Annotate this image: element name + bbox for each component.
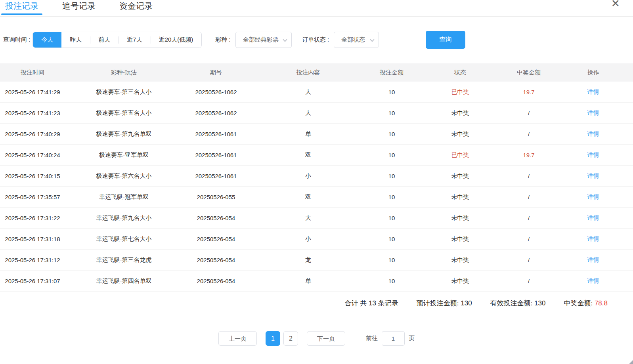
column-header: 投注时间 bbox=[0, 69, 65, 76]
time-option[interactable]: 昨天 bbox=[61, 32, 90, 48]
cell-prize: / bbox=[504, 236, 553, 242]
cell-game: 幸运飞艇-第三名龙虎 bbox=[65, 256, 183, 264]
search-button[interactable]: 查询 bbox=[426, 31, 465, 49]
cell-amount: 10 bbox=[367, 236, 416, 242]
cell-content: 双 bbox=[249, 151, 367, 159]
cell-game: 幸运飞艇-第九名大小 bbox=[65, 214, 183, 222]
cell-content: 大 bbox=[249, 214, 367, 222]
table-header-row: 投注时间彩种-玩法期号投注内容投注金额状态中奖金额操作 bbox=[0, 63, 633, 82]
cell-issue: 20250526-054 bbox=[183, 278, 249, 284]
cell-prize: / bbox=[504, 194, 553, 200]
goto-page-input[interactable] bbox=[382, 331, 405, 346]
prev-page-button[interactable]: 上一页 bbox=[218, 331, 257, 346]
table-row: 2025-05-26 17:31:18幸运飞艇-第七名大小20250526-05… bbox=[0, 229, 633, 250]
cell-time: 2025-05-26 17:31:22 bbox=[0, 215, 65, 221]
cell-time: 2025-05-26 17:40:15 bbox=[0, 173, 65, 179]
cell-issue: 20250526-1062 bbox=[183, 89, 249, 95]
order-status-label: 订单状态 : bbox=[302, 36, 329, 44]
column-header: 投注金额 bbox=[367, 69, 416, 76]
cell-game: 幸运飞艇-第七名大小 bbox=[65, 235, 183, 243]
filter-bar: 查询时间 : 今天昨天前天近7天近20天(低频) 彩种 : 全部经典彩票 订单状… bbox=[0, 31, 633, 49]
cell-amount: 10 bbox=[367, 131, 416, 137]
cell-time: 2025-05-26 17:41:23 bbox=[0, 110, 65, 116]
cell-status: 未中奖 bbox=[416, 130, 504, 138]
detail-link[interactable]: 详情 bbox=[587, 214, 599, 221]
order-status-value: 全部状态 bbox=[341, 36, 365, 44]
cell-status: 已中奖 bbox=[416, 151, 504, 159]
cell-amount: 10 bbox=[367, 257, 416, 263]
detail-link[interactable]: 详情 bbox=[587, 151, 599, 158]
cell-amount: 10 bbox=[367, 152, 416, 158]
summary-valid-value: 130 bbox=[534, 299, 545, 307]
summary-row: 合计 共 13 条记录 预计投注金额: 130 有效投注金额: 130 中奖金额… bbox=[0, 292, 633, 315]
cell-time: 2025-05-26 17:31:18 bbox=[0, 236, 65, 242]
time-option[interactable]: 前天 bbox=[90, 32, 119, 48]
resize-corner bbox=[629, 360, 633, 364]
chevron-down-icon bbox=[370, 37, 374, 42]
detail-link[interactable]: 详情 bbox=[587, 277, 599, 284]
summary-prize-value: 78.8 bbox=[595, 299, 608, 307]
lottery-type-select[interactable]: 全部经典彩票 bbox=[235, 32, 292, 48]
cell-amount: 10 bbox=[367, 215, 416, 221]
tab-label: 追号记录 bbox=[62, 1, 96, 10]
table-row: 2025-05-26 17:41:29极速赛车-第三名大小20250526-10… bbox=[0, 82, 633, 103]
page-number-button[interactable]: 2 bbox=[283, 331, 298, 346]
cell-time: 2025-05-26 17:40:24 bbox=[0, 152, 65, 158]
cell-status: 未中奖 bbox=[416, 193, 504, 201]
detail-link[interactable]: 详情 bbox=[587, 235, 599, 242]
detail-link[interactable]: 详情 bbox=[587, 193, 599, 200]
cell-game: 幸运飞艇-冠军单双 bbox=[65, 193, 183, 201]
tab-chase-records[interactable]: 追号记录 bbox=[58, 0, 99, 16]
cell-issue: 20250526-054 bbox=[183, 215, 249, 221]
cell-content: 大 bbox=[249, 88, 367, 96]
detail-link[interactable]: 详情 bbox=[587, 256, 599, 263]
detail-link[interactable]: 详情 bbox=[587, 109, 599, 116]
cell-prize: / bbox=[504, 215, 553, 221]
tab-bar: 投注记录 追号记录 资金记录 ✕ bbox=[0, 0, 633, 17]
cell-issue: 20250526-054 bbox=[183, 257, 249, 263]
cell-prize: / bbox=[504, 278, 553, 284]
cell-issue: 20250526-054 bbox=[183, 236, 249, 242]
close-icon[interactable]: ✕ bbox=[611, 0, 620, 10]
cell-time: 2025-05-26 17:31:12 bbox=[0, 257, 65, 263]
column-header: 投注内容 bbox=[249, 69, 367, 76]
cell-prize: 19.7 bbox=[504, 152, 553, 158]
query-time-label: 查询时间 : bbox=[3, 36, 30, 44]
cell-content: 双 bbox=[249, 193, 367, 201]
goto-page: 前往 页 bbox=[366, 331, 415, 346]
cell-status: 未中奖 bbox=[416, 235, 504, 243]
cell-prize: / bbox=[504, 173, 553, 179]
tab-bet-records[interactable]: 投注记录 bbox=[1, 0, 42, 16]
time-option[interactable]: 近20天(低频) bbox=[151, 32, 202, 48]
cell-prize: / bbox=[504, 131, 553, 137]
time-option[interactable]: 今天 bbox=[33, 32, 61, 48]
summary-total: 合计 共 13 条记录 bbox=[345, 299, 398, 308]
order-status-select[interactable]: 全部状态 bbox=[334, 32, 379, 48]
next-page-button[interactable]: 下一页 bbox=[307, 331, 345, 346]
page-unit-label: 页 bbox=[409, 335, 415, 342]
table-row: 2025-05-26 17:31:22幸运飞艇-第九名大小20250526-05… bbox=[0, 208, 633, 229]
detail-link[interactable]: 详情 bbox=[587, 130, 599, 137]
summary-expected-label: 预计投注金额: bbox=[417, 299, 459, 307]
cell-status: 未中奖 bbox=[416, 277, 504, 285]
cell-time: 2025-05-26 17:31:07 bbox=[0, 278, 65, 284]
summary-valid-amount: 有效投注金额: 130 bbox=[490, 299, 546, 308]
table-row: 2025-05-26 17:35:57幸运飞艇-冠军单双20250526-055… bbox=[0, 187, 633, 208]
cell-prize: 19.7 bbox=[504, 89, 553, 95]
bet-records-table: 投注时间彩种-玩法期号投注内容投注金额状态中奖金额操作 2025-05-26 1… bbox=[0, 63, 633, 315]
detail-link[interactable]: 详情 bbox=[587, 88, 599, 95]
cell-game: 极速赛车-第三名大小 bbox=[65, 88, 183, 96]
tab-fund-records[interactable]: 资金记录 bbox=[115, 0, 157, 16]
time-option[interactable]: 近7天 bbox=[119, 32, 150, 48]
column-header: 状态 bbox=[416, 69, 504, 76]
cell-issue: 20250526-055 bbox=[183, 194, 249, 200]
detail-link[interactable]: 详情 bbox=[587, 172, 599, 179]
cell-amount: 10 bbox=[367, 89, 416, 95]
cell-content: 大 bbox=[249, 109, 367, 117]
chevron-down-icon bbox=[283, 37, 287, 42]
cell-issue: 20250526-1061 bbox=[183, 131, 249, 137]
cell-amount: 10 bbox=[367, 194, 416, 200]
goto-label: 前往 bbox=[366, 335, 378, 342]
table-row: 2025-05-26 17:40:15极速赛车-第六名大小20250526-10… bbox=[0, 166, 633, 187]
page-number-button[interactable]: 1 bbox=[266, 331, 280, 346]
